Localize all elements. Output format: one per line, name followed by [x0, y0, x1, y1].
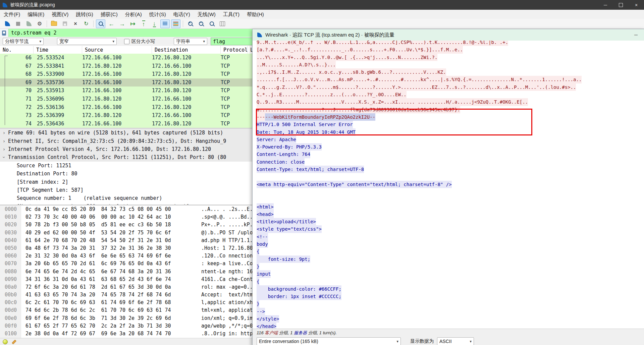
- chevron-collapsed-icon[interactable]: ›: [0, 130, 8, 135]
- hex-ascii: 4161..Ca che-Cont: [201, 276, 253, 282]
- hex-ascii: ntent-Le ngth: 16: [201, 269, 253, 275]
- zoom-reset-button[interactable]: [207, 19, 216, 28]
- save-file-button[interactable]: [60, 19, 69, 28]
- stop-capture-button[interactable]: [13, 19, 23, 28]
- menu-item-A[interactable]: 分析(A): [121, 10, 146, 19]
- menu-item-S[interactable]: 统计(S): [146, 10, 170, 19]
- zoom-out-button[interactable]: [196, 19, 206, 28]
- dialog-minimize-button[interactable]: ─: [628, 29, 644, 41]
- conversation-dropdown[interactable]: Entire conversation (165 kB)▾: [257, 337, 401, 345]
- menu-item-T[interactable]: 工具(T): [219, 10, 243, 19]
- character-width-dropdown[interactable]: 宽窄▾: [57, 38, 117, 45]
- chevron-collapsed-icon[interactable]: ›: [0, 138, 8, 144]
- capture-options-button[interactable]: ⚙: [35, 19, 44, 28]
- auto-scroll-button[interactable]: [160, 19, 170, 28]
- detail-text: Internet Protocol Version 4, Src: 172.16…: [8, 146, 211, 152]
- menu-item-H[interactable]: 帮助(H): [243, 10, 268, 19]
- dialog-title-bar: Wireshark · 追踪 TCP 流 (tcp.stream eq 2) ·…: [253, 29, 644, 41]
- cell-src: 172.16.66.100: [82, 55, 152, 61]
- search-in-dropdown[interactable]: 分组字节流▾: [3, 38, 44, 45]
- server-data-line: <head>: [257, 211, 644, 218]
- cell-time: 25.533841: [34, 63, 82, 69]
- server-data-line: HTTP/1.0 500 Internal Server Error: [257, 121, 644, 128]
- menu-item-G[interactable]: 跳转(G): [72, 10, 97, 19]
- column-header-Destination[interactable]: Destination: [152, 46, 221, 54]
- go-back-button[interactable]: ←: [107, 19, 116, 28]
- start-capture-button[interactable]: [3, 19, 12, 28]
- save-file-icon: [63, 21, 67, 26]
- stream-text: background-color: #66CCFF;: [257, 285, 341, 293]
- stream-text: C.*..j..E........?........z...(...o....?…: [257, 91, 407, 98]
- menu-item-F[interactable]: 文件(F): [0, 10, 24, 19]
- window-minimize-button[interactable]: ─: [598, 0, 613, 10]
- window-close-button[interactable]: ×: [629, 0, 644, 10]
- hex-bytes: 6c 2c 61 70 70 6c 69 63 61 74 69 6f 6e 2…: [25, 299, 171, 305]
- reload-file-button[interactable]: ↻: [82, 19, 91, 28]
- open-file-icon: [51, 21, 57, 26]
- stream-content-pane: 9..M..t....e(K_b/..f .. W/.B.....L.1...&…: [253, 41, 644, 329]
- hex-offset: 00e0: [5, 315, 17, 321]
- cell-proto: TCP: [221, 55, 248, 61]
- zoom-reset-icon: [210, 21, 214, 26]
- menu-item-Y[interactable]: 电话(Y): [170, 10, 194, 19]
- main-toolbar: ⚙×↻←→↦↑↓: [0, 19, 644, 29]
- hex-bytes: 0a 48 6f 73 74 3a 20 31 37 32 2e 31 36 2…: [25, 245, 171, 251]
- window-maximize-button[interactable]: [613, 0, 629, 10]
- go-forward-button[interactable]: →: [117, 19, 127, 28]
- go-to-packet-icon: ↦: [130, 21, 135, 27]
- cell-dst: 172.16.80.120: [152, 71, 221, 77]
- menu-item-W[interactable]: 无线(W): [194, 10, 219, 19]
- case-sensitive-checkbox[interactable]: [124, 39, 129, 44]
- menu-item-E[interactable]: 编辑(E): [24, 10, 48, 19]
- go-first-button[interactable]: ↑: [139, 19, 148, 28]
- search-type-value: 字符串: [176, 39, 190, 45]
- stream-text: <html>: [257, 203, 274, 211]
- hex-ascii: .sp<@.@. ....Bd..: [201, 214, 253, 220]
- expert-info-icon[interactable]: [3, 339, 8, 344]
- menu-item-V[interactable]: 视图(V): [48, 10, 72, 19]
- search-type-dropdown[interactable]: 字符串▾: [174, 38, 207, 45]
- cell-src: 172.16.80.120: [82, 112, 152, 118]
- show-data-as-dropdown[interactable]: ASCII▾: [437, 337, 474, 345]
- stream-text: body: [257, 240, 268, 248]
- column-header-No[interactable]: No.: [0, 46, 34, 54]
- hex-offset: 0090: [5, 276, 17, 282]
- stream-text: Server: Apache: [257, 136, 296, 143]
- server-data-line: {: [257, 248, 644, 255]
- column-header-Source[interactable]: Source: [82, 46, 152, 54]
- server-data-line: Content-Length: 764: [257, 151, 644, 158]
- hex-offset: 0020: [5, 222, 17, 228]
- server-data-line: }: [257, 300, 644, 307]
- hex-offset: 0080: [5, 269, 17, 275]
- chevron-expanded-icon[interactable]: ›: [1, 153, 7, 161]
- start-capture-icon: [5, 21, 10, 26]
- server-data-line: -->: [257, 308, 644, 315]
- find-packet-button[interactable]: [96, 19, 105, 28]
- cell-src: 172.16.66.100: [82, 104, 152, 110]
- filter-bookmark-icon[interactable]: [0, 29, 8, 37]
- chevron-collapsed-icon[interactable]: ›: [0, 147, 8, 152]
- colorize-icon: [173, 21, 178, 26]
- open-file-button[interactable]: [49, 19, 59, 28]
- restart-capture-button[interactable]: [24, 19, 34, 28]
- column-header-Protocol[interactable]: Protocol: [221, 46, 248, 54]
- zoom-in-button[interactable]: [185, 19, 195, 28]
- capture-comment-icon[interactable]: [12, 339, 16, 344]
- column-header-Time[interactable]: Time: [34, 46, 82, 54]
- cell-proto: TCP: [221, 104, 248, 110]
- dialog-controls: Entire conversation (165 kB)▾ 显示数据为 ASCI…: [253, 337, 644, 345]
- menu-item-C[interactable]: 捕获(C): [97, 10, 121, 19]
- hex-ascii: age/webp ,*/*;q=0: [201, 323, 253, 329]
- cell-dst: 172.16.66.100: [152, 96, 221, 102]
- close-file-icon: ×: [74, 21, 77, 26]
- go-last-button[interactable]: ↓: [150, 19, 159, 28]
- resize-columns-button[interactable]: [218, 19, 227, 28]
- close-file-button[interactable]: ×: [71, 19, 80, 28]
- auto-scroll-icon: [163, 22, 167, 26]
- client-data-line: 9..M..t....e(K_b/..f .. W/.B.....L.1...&…: [257, 41, 644, 46]
- go-to-packet-button[interactable]: ↦: [128, 19, 138, 28]
- colorize-button[interactable]: [171, 19, 180, 28]
- client-data-line: .,..i7$..I.M..Z...... x.o.c..y....s8.b.g…: [257, 68, 644, 76]
- reload-file-icon: ↻: [84, 21, 88, 26]
- hex-ascii: l,applic ation/xh: [201, 299, 253, 305]
